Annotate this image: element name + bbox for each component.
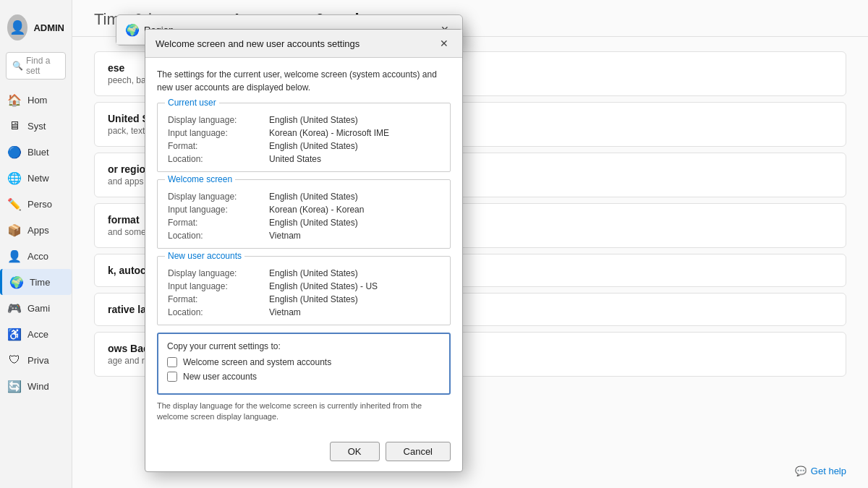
windows-icon: 🔄	[7, 379, 22, 393]
sidebar-item-gaming[interactable]: 🎮 Gami	[0, 295, 72, 321]
personalization-icon: ✏️	[7, 197, 22, 211]
sidebar-item-personalization[interactable]: ✏️ Perso	[0, 191, 72, 217]
welcome-screen-section: Welcome screen Display language: English…	[157, 179, 451, 249]
dialog-close-button[interactable]: ✕	[436, 35, 452, 51]
sidebar-item-privacy[interactable]: 🛡 Priva	[0, 347, 72, 373]
sidebar-item-label: Apps	[27, 225, 49, 236]
new-user-table: Display language: English (United States…	[165, 267, 443, 319]
system-icon: 🖥	[7, 119, 22, 133]
username-label: ADMIN	[33, 22, 64, 33]
new-user-checkbox-row: New user accounts	[167, 372, 441, 382]
apps-icon: 📦	[7, 223, 22, 237]
ok-button[interactable]: OK	[330, 442, 380, 461]
table-row: Input language: Korean (Korea) - Microso…	[165, 127, 443, 140]
table-row: Display language: English (United States…	[165, 114, 443, 127]
sidebar-nav: 🏠 Hom 🖥 Syst 🔵 Bluet 🌐 Netw ✏️ Perso 📦 A…	[0, 87, 72, 399]
new-user-label: New user accounts	[165, 251, 244, 261]
table-row: Input language: Korean (Korea) - Korean	[165, 203, 443, 216]
current-user-section: Current user Display language: English (…	[157, 103, 451, 172]
table-row: Location: United States	[165, 153, 443, 166]
field-label: Format:	[165, 140, 266, 153]
field-value: Korean (Korea) - Microsoft IME	[266, 127, 443, 140]
field-label: Input language:	[165, 127, 266, 140]
sidebar-item-label: Bluet	[27, 147, 49, 158]
network-icon: 🌐	[7, 171, 22, 185]
field-label: Location:	[165, 153, 266, 166]
sidebar-item-home[interactable]: 🏠 Hom	[0, 87, 72, 113]
field-value: United States	[266, 153, 443, 166]
user-section: 👤 ADMIN	[0, 7, 72, 52]
field-label: Display language:	[165, 267, 266, 280]
sidebar-item-accessibility[interactable]: ♿ Acce	[0, 321, 72, 347]
new-user-checkbox[interactable]	[167, 372, 177, 382]
welcome-dialog: Welcome screen and new user accounts set…	[145, 29, 463, 472]
welcome-screen-checkbox-row: Welcome screen and system accounts	[167, 357, 441, 367]
field-value: English (United States)	[266, 140, 443, 153]
dialog-titlebar: Welcome screen and new user accounts set…	[145, 30, 462, 58]
table-row: Input language: English (United States) …	[165, 280, 443, 293]
sidebar-item-accounts[interactable]: 👤 Acco	[0, 243, 72, 269]
sidebar-item-label: Netw	[27, 173, 49, 184]
field-label: Display language:	[165, 114, 266, 127]
copy-title: Copy your current settings to:	[167, 341, 441, 351]
new-user-checkbox-label[interactable]: New user accounts	[183, 372, 257, 382]
table-row: Format: English (United States)	[165, 293, 443, 306]
field-label: Format:	[165, 216, 266, 229]
table-row: Display language: English (United States…	[165, 267, 443, 280]
field-label: Location:	[165, 306, 266, 319]
get-help-link[interactable]: 💬 Get help	[795, 466, 846, 476]
time-icon: 🌍	[9, 275, 24, 289]
sidebar-item-label: Gami	[27, 303, 50, 314]
dialog-buttons: OK Cancel	[145, 442, 462, 471]
sidebar-item-bluetooth[interactable]: 🔵 Bluet	[0, 139, 72, 165]
field-value: English (United States)	[266, 293, 443, 306]
globe-icon: 🌍	[125, 23, 140, 37]
sidebar-item-label: Hom	[27, 95, 47, 106]
cancel-button[interactable]: Cancel	[386, 442, 451, 461]
sidebar-item-apps[interactable]: 📦 Apps	[0, 217, 72, 243]
current-user-label: Current user	[165, 98, 219, 108]
new-user-section: New user accounts Display language: Engl…	[157, 256, 451, 325]
field-label: Input language:	[165, 280, 266, 293]
privacy-icon: 🛡	[7, 353, 22, 367]
dialog-intro: The settings for the current user, welco…	[157, 68, 451, 94]
field-label: Format:	[165, 293, 266, 306]
search-placeholder: Find a sett	[26, 56, 59, 76]
search-box[interactable]: 🔍 Find a sett	[6, 52, 66, 80]
welcome-screen-label: Welcome screen	[165, 174, 235, 184]
welcome-screen-checkbox-label[interactable]: Welcome screen and system accounts	[183, 357, 331, 367]
sidebar-item-label: Syst	[27, 121, 46, 132]
field-value: English (United States)	[266, 267, 443, 280]
get-help-label: Get help	[811, 466, 846, 476]
sidebar-item-label: Acco	[27, 251, 48, 262]
sidebar-item-network[interactable]: 🌐 Netw	[0, 165, 72, 191]
table-row: Format: English (United States)	[165, 140, 443, 153]
bluetooth-icon: 🔵	[7, 145, 22, 159]
field-value: Korean (Korea) - Korean	[266, 203, 443, 216]
field-label: Location:	[165, 229, 266, 242]
search-icon: 🔍	[12, 61, 23, 71]
current-user-table: Display language: English (United States…	[165, 114, 443, 166]
home-icon: 🏠	[7, 93, 22, 107]
sidebar: 👤 ADMIN 🔍 Find a sett 🏠 Hom 🖥 Syst 🔵 Blu…	[0, 0, 72, 488]
field-label: Display language:	[165, 190, 266, 203]
sidebar-item-system[interactable]: 🖥 Syst	[0, 113, 72, 139]
table-row: Format: English (United States)	[165, 216, 443, 229]
sidebar-item-windows[interactable]: 🔄 Wind	[0, 373, 72, 399]
field-value: English (United States)	[266, 216, 443, 229]
copy-settings-section: Copy your current settings to: Welcome s…	[157, 333, 451, 395]
accessibility-icon: ♿	[7, 327, 22, 341]
sidebar-item-time[interactable]: 🌍 Time	[0, 269, 72, 295]
welcome-screen-table: Display language: English (United States…	[165, 190, 443, 242]
sidebar-item-label: Acce	[27, 329, 48, 340]
field-value: Vietnam	[266, 306, 443, 319]
sidebar-item-label: Priva	[27, 355, 49, 366]
sidebar-item-label: Time	[30, 277, 50, 288]
gaming-icon: 🎮	[7, 301, 22, 315]
table-row: Display language: English (United States…	[165, 190, 443, 203]
welcome-screen-checkbox[interactable]	[167, 357, 177, 367]
accounts-icon: 👤	[7, 249, 22, 263]
note-text: The display language for the welcome scr…	[157, 401, 451, 423]
field-label: Input language:	[165, 203, 266, 216]
field-value: English (United States)	[266, 114, 443, 127]
